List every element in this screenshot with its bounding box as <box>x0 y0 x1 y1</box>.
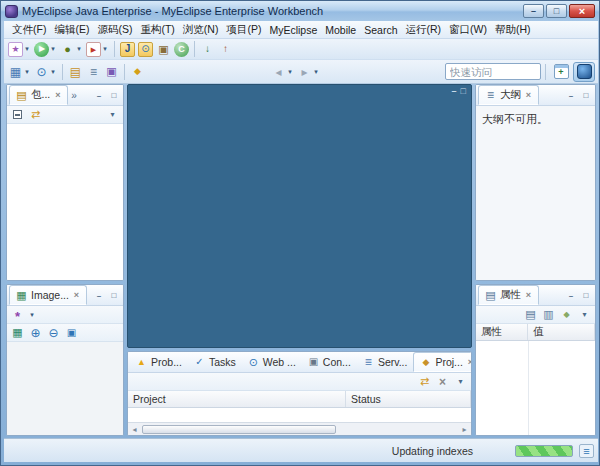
external-tools-button[interactable] <box>85 40 110 58</box>
chevron-down-icon[interactable] <box>49 45 57 53</box>
new-class-button[interactable] <box>173 40 190 58</box>
close-button[interactable] <box>569 4 595 18</box>
close-tab-icon[interactable] <box>466 357 472 367</box>
import-button[interactable] <box>199 40 216 58</box>
new-java-project-button[interactable] <box>119 40 136 58</box>
export-image-icon[interactable] <box>10 326 25 340</box>
back-button[interactable] <box>270 63 295 81</box>
debug-button[interactable] <box>59 40 84 58</box>
package-explorer-tabbar: 包... » <box>7 85 123 106</box>
zoom-in-icon[interactable] <box>28 326 43 340</box>
column-header-status[interactable]: Status <box>346 391 471 407</box>
menu-edit[interactable]: 编辑(E) <box>50 22 93 38</box>
chevron-down-icon[interactable] <box>23 45 31 53</box>
chevron-down-icon[interactable] <box>28 311 36 319</box>
close-tab-icon[interactable] <box>53 90 62 100</box>
tab-tasks[interactable]: Tasks <box>188 352 241 372</box>
tab-overflow-chevron[interactable]: » <box>69 90 79 101</box>
minimize-panel-button[interactable] <box>92 289 106 302</box>
new-package-button[interactable] <box>155 40 172 58</box>
tab-console[interactable]: Con... <box>302 352 356 372</box>
tab-image-preview[interactable]: Image... <box>9 285 87 305</box>
project-folders-button[interactable] <box>67 63 84 81</box>
menu-run[interactable]: 运行(R) <box>402 22 446 38</box>
open-perspective-button[interactable] <box>550 62 572 82</box>
menu-project[interactable]: 项目(P) <box>222 22 265 38</box>
tab-servers[interactable]: Serv... <box>357 352 413 372</box>
tab-web-browser[interactable]: Web ... <box>242 352 301 372</box>
column-header-property[interactable]: 属性 <box>476 324 528 340</box>
show-view-button[interactable] <box>7 63 32 81</box>
refresh-icon[interactable] <box>417 375 432 389</box>
myeclipse-perspective-button[interactable] <box>573 62 595 82</box>
scroll-right-icon[interactable] <box>459 425 470 434</box>
minimize-panel-button[interactable] <box>564 289 578 302</box>
web-browser-button[interactable] <box>33 63 58 81</box>
chevron-down-icon[interactable] <box>75 45 83 53</box>
quick-access-input[interactable] <box>445 63 541 80</box>
maximize-panel-button[interactable] <box>579 89 593 102</box>
chevron-down-icon[interactable] <box>101 45 109 53</box>
column-header-project[interactable]: Project <box>128 391 346 407</box>
tab-package-explorer[interactable]: 包... <box>9 85 68 105</box>
view-menu-icon[interactable] <box>577 308 592 322</box>
view-menu-icon[interactable] <box>453 375 468 389</box>
title-bar[interactable]: MyEclipse Java Enterprise - MyEclipse En… <box>1 1 599 21</box>
column-header-value[interactable]: 值 <box>528 324 595 340</box>
tab-outline[interactable]: 大纲 <box>478 85 539 105</box>
pin-icon[interactable] <box>559 308 574 322</box>
show-categories-icon[interactable] <box>523 308 538 322</box>
close-tab-icon[interactable] <box>72 290 81 300</box>
server-button[interactable] <box>85 63 102 81</box>
maximize-panel-button[interactable] <box>579 289 593 302</box>
close-tab-icon[interactable] <box>524 90 533 100</box>
package-explorer-panel: 包... » <box>6 84 124 281</box>
menu-window[interactable]: 窗口(W) <box>445 22 491 38</box>
maximize-button[interactable] <box>546 4 567 18</box>
remove-icon[interactable] <box>435 375 450 389</box>
chevron-down-icon[interactable] <box>286 68 294 76</box>
view-menu-icon[interactable] <box>105 108 120 122</box>
horizontal-scrollbar[interactable] <box>128 422 471 435</box>
scrollbar-thumb[interactable] <box>142 425 336 434</box>
toolbar-separator <box>114 41 115 57</box>
menu-file[interactable]: 文件(F) <box>8 22 50 38</box>
link-with-editor-icon[interactable] <box>28 108 43 122</box>
menu-myeclipse[interactable]: MyEclipse <box>265 23 321 37</box>
menu-refactor[interactable]: 重构(T) <box>136 22 178 38</box>
database-button[interactable] <box>103 63 120 81</box>
menu-mobile[interactable]: Mobile <box>321 23 360 37</box>
new-wizard-button[interactable] <box>7 40 32 58</box>
progress-view-button[interactable] <box>579 444 594 458</box>
magic-wand-icon[interactable] <box>10 308 25 322</box>
maximize-panel-button[interactable] <box>107 89 121 102</box>
collapse-all-icon[interactable] <box>10 108 25 122</box>
chevron-down-icon[interactable] <box>49 68 57 76</box>
menu-source[interactable]: 源码(S) <box>93 22 136 38</box>
tab-properties[interactable]: 属性 <box>478 285 539 305</box>
minimize-button[interactable] <box>523 4 544 18</box>
menu-help[interactable]: 帮助(H) <box>491 22 535 38</box>
scroll-left-icon[interactable] <box>129 425 140 434</box>
actual-size-icon[interactable] <box>64 326 79 340</box>
maximize-panel-button[interactable] <box>107 289 121 302</box>
tab-label: 属性 <box>500 288 521 302</box>
tab-project[interactable]: Proj... <box>413 352 472 372</box>
zoom-out-icon[interactable] <box>46 326 61 340</box>
chevron-down-icon[interactable] <box>312 68 320 76</box>
minimize-editor-button[interactable] <box>452 87 457 96</box>
maximize-editor-button[interactable] <box>461 87 466 96</box>
new-web-project-button[interactable] <box>137 40 154 58</box>
forward-button[interactable] <box>296 63 321 81</box>
bookmark-button[interactable] <box>129 63 146 81</box>
run-button[interactable] <box>33 40 58 58</box>
chevron-down-icon[interactable] <box>23 68 31 76</box>
menu-search[interactable]: Search <box>360 23 401 37</box>
minimize-panel-button[interactable] <box>92 89 106 102</box>
show-advanced-icon[interactable] <box>541 308 556 322</box>
minimize-panel-button[interactable] <box>564 89 578 102</box>
menu-navigate[interactable]: 浏览(N) <box>179 22 223 38</box>
export-button[interactable] <box>217 40 234 58</box>
tab-problems[interactable]: Prob... <box>130 352 187 372</box>
close-tab-icon[interactable] <box>524 290 533 300</box>
